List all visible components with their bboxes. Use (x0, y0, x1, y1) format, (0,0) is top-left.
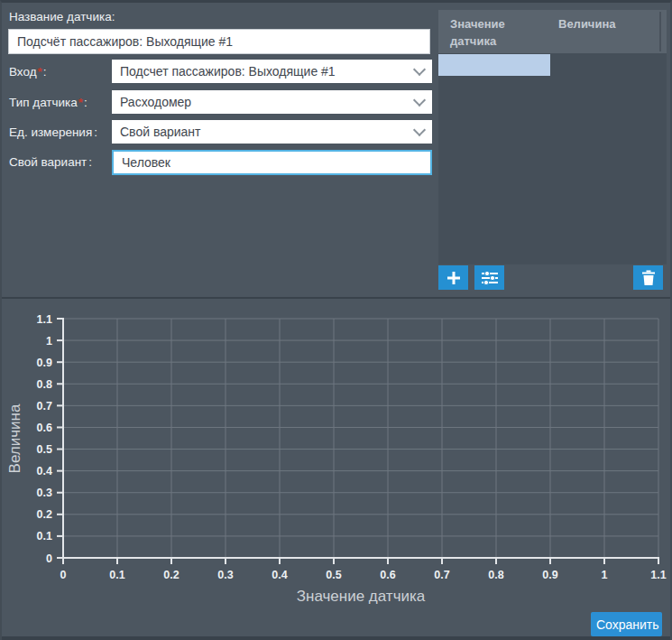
unit-select[interactable]: Свой вариант (112, 120, 432, 144)
input-source-select[interactable]: Подсчет пассажиров: Выходящие #1 (112, 60, 432, 83)
svg-text:0.8: 0.8 (37, 378, 52, 391)
sensor-type-select[interactable]: Расходомер (112, 90, 432, 114)
calibration-settings-button[interactable] (474, 265, 504, 290)
svg-text:0.4: 0.4 (37, 465, 52, 478)
add-row-button[interactable] (438, 265, 468, 290)
svg-text:0.3: 0.3 (217, 569, 233, 581)
delete-row-button[interactable] (633, 265, 663, 290)
svg-text:0.5: 0.5 (326, 569, 341, 581)
svg-text:0.8: 0.8 (488, 569, 503, 581)
svg-text:0.4: 0.4 (272, 569, 287, 581)
chart-svg: 00.10.20.30.40.50.60.70.80.911.100.10.20… (2, 301, 672, 612)
sensor-name-label: Название датчика: (9, 10, 115, 23)
section-divider (2, 297, 672, 299)
table-header: Значение датчика Величина (438, 10, 667, 53)
chevron-down-icon (413, 63, 426, 76)
save-button[interactable]: Сохранить (591, 612, 662, 636)
svg-text:0.7: 0.7 (37, 400, 52, 413)
svg-text:0.6: 0.6 (37, 422, 52, 434)
table-body (438, 53, 667, 264)
sensor-type-label: Тип датчика*: (9, 96, 87, 109)
sliders-icon (481, 270, 499, 286)
calibration-chart: 00.10.20.30.40.50.60.70.80.911.100.10.20… (2, 301, 672, 612)
unit-value: Свой вариант (120, 125, 415, 139)
svg-text:1: 1 (602, 569, 608, 581)
svg-text:0.9: 0.9 (542, 569, 557, 581)
svg-text:0.5: 0.5 (37, 443, 52, 456)
svg-text:0.7: 0.7 (434, 569, 449, 581)
column-header-sensor-value: Значение датчика (438, 10, 547, 53)
sensor-settings-panel: Название датчика: Вход*: Подсчет пассажи… (0, 0, 672, 640)
bottom-border (2, 636, 672, 640)
chevron-down-icon (413, 124, 426, 136)
svg-text:0.6: 0.6 (380, 569, 395, 581)
input-source-value: Подсчет пассажиров: Выходящие #1 (120, 64, 415, 79)
calibration-table: Значение датчика Величина (438, 10, 667, 264)
column-header-magnitude: Величина (547, 10, 649, 53)
svg-text:0.1: 0.1 (109, 569, 124, 581)
chevron-down-icon (413, 94, 426, 107)
plus-icon (446, 271, 461, 285)
unit-label: Ед. измерения: (9, 125, 97, 139)
table-scrollbar[interactable] (659, 12, 661, 51)
svg-text:0.9: 0.9 (37, 357, 52, 369)
custom-unit-input[interactable] (112, 150, 432, 175)
input-source-label: Вход*: (9, 65, 47, 79)
svg-text:Величина: Величина (6, 403, 23, 473)
svg-text:1.1: 1.1 (650, 569, 666, 581)
svg-text:0.3: 0.3 (37, 487, 52, 499)
svg-text:0: 0 (60, 569, 67, 581)
svg-text:0.1: 0.1 (37, 530, 52, 543)
svg-text:1: 1 (46, 335, 52, 348)
sensor-type-value: Расходомер (120, 95, 415, 109)
custom-unit-label: Свой вариант: (9, 155, 92, 169)
table-row[interactable] (438, 54, 550, 76)
svg-text:0: 0 (46, 552, 52, 565)
svg-text:0.2: 0.2 (163, 569, 179, 581)
svg-text:1.1: 1.1 (37, 313, 52, 326)
sensor-name-input[interactable] (8, 29, 430, 54)
svg-text:0.2: 0.2 (37, 508, 52, 521)
svg-text:Значение датчика: Значение датчика (297, 588, 426, 605)
trash-icon (641, 270, 656, 285)
